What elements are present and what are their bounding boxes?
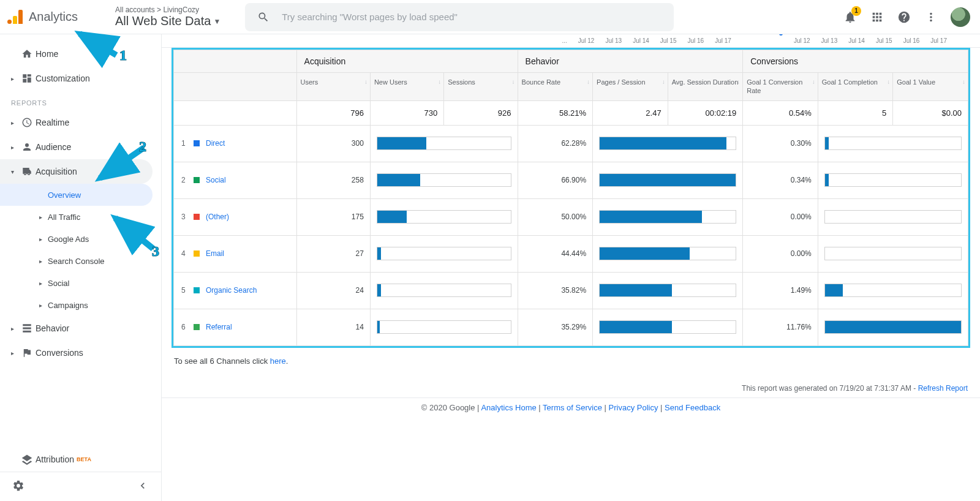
- col-pps[interactable]: Pages / Session↓: [593, 73, 668, 101]
- timeline-axis: ...Jul 12Jul 13Jul 14Jul 15Jul 16Jul 17 …: [162, 34, 980, 48]
- nav-conversions[interactable]: ▸ Conversions: [0, 341, 161, 365]
- account-selector[interactable]: All accounts > LivingCozy All Web Site D…: [115, 6, 221, 28]
- g1r-value: 1.49%: [743, 273, 818, 309]
- attribution-icon: [18, 454, 36, 465]
- apps-button[interactable]: [870, 10, 884, 24]
- row-index: 6: [181, 323, 187, 331]
- nav-home[interactable]: Home: [0, 42, 161, 66]
- nav-acquisition[interactable]: ▾ Acquisition: [0, 159, 153, 184]
- color-swatch-icon: [194, 324, 200, 330]
- bounce-value: 44.44%: [518, 236, 593, 272]
- person-icon: [18, 141, 36, 153]
- more-button[interactable]: [924, 10, 938, 24]
- nav-audience[interactable]: ▸ Audience: [0, 135, 161, 159]
- notifications-button[interactable]: 1: [843, 10, 858, 24]
- g1r-bar: [824, 137, 962, 150]
- chevron-left-icon: [137, 480, 149, 492]
- sort-down-icon: ↓: [364, 78, 368, 86]
- row-index: 2: [181, 176, 187, 184]
- bounce-value: 66.90%: [518, 162, 593, 198]
- customization-icon: [18, 73, 36, 84]
- clock-icon: [18, 117, 36, 128]
- color-swatch-icon: [194, 140, 200, 146]
- avatar[interactable]: [951, 7, 970, 27]
- g1r-bar: [824, 247, 962, 260]
- g1r-value: 0.00%: [743, 199, 818, 235]
- table-row: 3(Other)17550.00%0.00%: [174, 198, 968, 235]
- refresh-report-link[interactable]: Refresh Report: [918, 384, 968, 393]
- timeline-tick: Jul 17: [930, 37, 947, 44]
- nav-behavior[interactable]: ▸ Behavior: [0, 316, 161, 341]
- col-bounce[interactable]: Bounce Rate↓: [518, 73, 593, 101]
- channel-link[interactable]: Organic Search: [206, 286, 257, 295]
- users-value: 300: [297, 126, 370, 162]
- nav-acq-social[interactable]: ▸Social: [0, 272, 161, 294]
- timeline-tick: ...: [562, 37, 567, 44]
- timeline-tick: Jul 14: [633, 37, 649, 44]
- col-g1v[interactable]: Goal 1 Value↓: [893, 73, 968, 101]
- sidebar: Home ▸ Customization REPORTS ▸ Realtime …: [0, 34, 162, 501]
- g1r-bar: [824, 284, 962, 297]
- row-index: 5: [181, 286, 187, 295]
- bounce-value: 62.28%: [518, 126, 593, 162]
- users-value: 258: [297, 162, 370, 198]
- timeline-tick: Jul 12: [578, 37, 595, 44]
- footer-hint: To see all 6 Channels click here.: [162, 348, 980, 374]
- channel-link[interactable]: Referral: [206, 323, 232, 331]
- nav-acq-search-console[interactable]: ▸Search Console: [0, 250, 161, 272]
- app-name: Analytics: [29, 10, 78, 24]
- nav-section-reports: REPORTS: [0, 91, 161, 110]
- col-users[interactable]: Users↓: [296, 73, 370, 101]
- g1r-bar: [824, 320, 962, 334]
- users-value: 14: [297, 309, 370, 345]
- table-row: 2Social25866.90%0.34%: [174, 162, 968, 198]
- logo-block: Analytics: [7, 10, 110, 24]
- footer-link[interactable]: Send Feedback: [665, 403, 720, 412]
- footer-link[interactable]: Terms of Service: [543, 403, 602, 412]
- bounce-bar: [599, 210, 736, 224]
- users-bar: [377, 210, 511, 224]
- col-new-users[interactable]: New Users↓: [370, 73, 443, 101]
- col-sessions[interactable]: Sessions↓: [444, 73, 518, 101]
- channel-link[interactable]: (Other): [206, 213, 229, 221]
- analytics-logo-icon: [7, 10, 23, 24]
- nav-attribution[interactable]: Attribution BETA: [0, 447, 161, 472]
- nav-acq-campaigns[interactable]: ▸Campaigns: [0, 294, 161, 316]
- bounce-bar: [599, 137, 736, 150]
- footer-link[interactable]: Privacy Policy: [609, 403, 658, 412]
- col-g1r[interactable]: Goal 1 Conversion Rate↓: [743, 73, 818, 101]
- beta-badge: BETA: [77, 456, 91, 462]
- nav-acq-overview[interactable]: Overview: [0, 184, 153, 206]
- timeline-tick: Jul 17: [715, 37, 731, 44]
- acquisition-icon: [18, 166, 36, 177]
- timeline-tick: Jul 16: [688, 37, 704, 44]
- nav-realtime[interactable]: ▸ Realtime: [0, 110, 161, 135]
- admin-button[interactable]: [12, 480, 24, 494]
- behavior-icon: [18, 323, 36, 334]
- channel-link[interactable]: Social: [206, 176, 226, 184]
- spark-dot-icon: [779, 34, 783, 36]
- header-icons: 1: [843, 7, 970, 27]
- apps-grid-icon: [870, 10, 884, 24]
- header: Analytics All accounts > LivingCozy All …: [0, 0, 980, 34]
- bounce-bar: [599, 173, 736, 187]
- col-asd[interactable]: Avg. Session Duration↓: [668, 73, 743, 101]
- page-footer: © 2020 Google | Analytics Home | Terms o…: [162, 397, 980, 415]
- timeline-tick: Jul 16: [903, 37, 920, 44]
- help-button[interactable]: [897, 10, 911, 24]
- collapse-button[interactable]: [137, 480, 149, 494]
- nav-customization[interactable]: ▸ Customization: [0, 66, 161, 91]
- search-icon: [257, 11, 270, 23]
- nav-acq-google-ads[interactable]: ▸Google Ads: [0, 228, 161, 250]
- channel-link[interactable]: Direct: [206, 139, 225, 148]
- chevron-down-icon: ▼: [213, 17, 221, 26]
- nav-acq-all-traffic[interactable]: ▸All Traffic: [0, 206, 161, 228]
- group-acquisition: Acquisition: [296, 50, 518, 73]
- channel-link[interactable]: Email: [206, 249, 224, 258]
- row-index: 4: [181, 249, 187, 258]
- col-g1c[interactable]: Goal 1 Completion↓: [818, 73, 893, 101]
- footer-link[interactable]: Analytics Home: [481, 403, 536, 412]
- group-conversions: Conversions: [743, 50, 968, 73]
- see-all-link[interactable]: here: [270, 356, 286, 366]
- search-input[interactable]: Try searching "Worst pages by load speed…: [245, 3, 674, 31]
